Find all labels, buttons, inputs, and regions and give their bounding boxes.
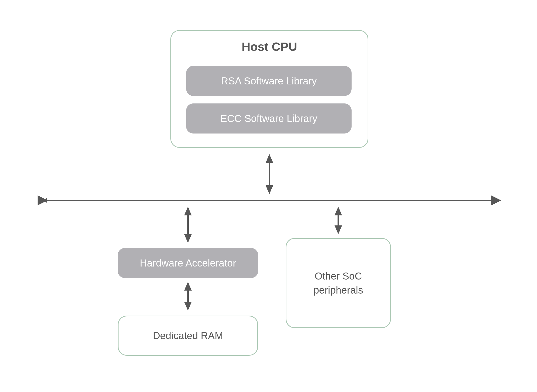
arrow-bus-other-icon	[335, 207, 342, 234]
rsa-library-label: RSA Software Library	[221, 75, 317, 87]
hardware-accelerator-label: Hardware Accelerator	[140, 257, 236, 269]
rsa-library-box: RSA Software Library	[186, 66, 352, 96]
arrow-hw-ram-icon	[184, 282, 192, 311]
arrow-host-bus-icon	[266, 154, 273, 194]
other-soc-box: Other SoC peripherals	[286, 238, 391, 328]
arrow-bus-hwaccel-icon	[184, 207, 192, 243]
dedicated-ram-box: Dedicated RAM	[118, 316, 258, 356]
ecc-library-label: ECC Software Library	[221, 113, 317, 124]
host-cpu-box: Host CPU RSA Software Library ECC Softwa…	[170, 30, 368, 148]
host-cpu-title: Host CPU	[242, 40, 297, 54]
diagram-canvas: Host CPU RSA Software Library ECC Softwa…	[0, 0, 537, 392]
dedicated-ram-label: Dedicated RAM	[153, 329, 223, 343]
other-soc-label: Other SoC peripherals	[306, 269, 371, 297]
hardware-accelerator-box: Hardware Accelerator	[118, 248, 258, 278]
ecc-library-box: ECC Software Library	[186, 103, 352, 134]
